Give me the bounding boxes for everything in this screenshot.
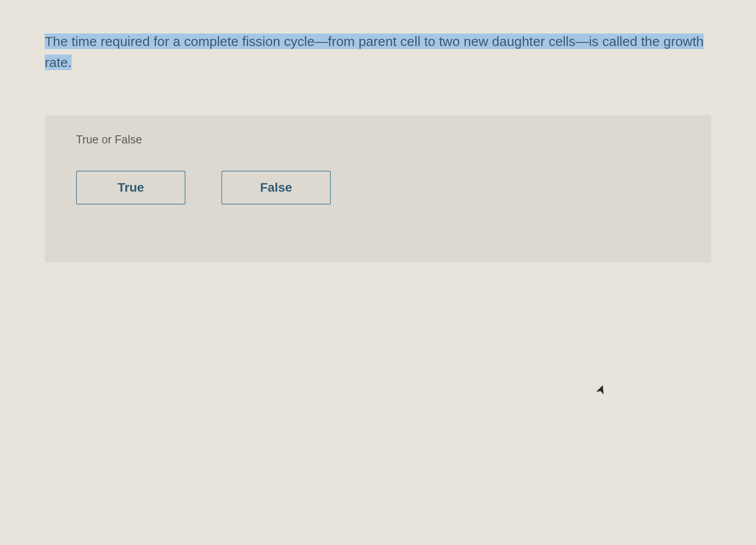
question-area: The time required for a complete fission… (0, 0, 756, 263)
answer-panel: True or False True False (45, 115, 711, 263)
button-row: True False (76, 171, 680, 205)
true-button[interactable]: True (76, 171, 186, 205)
cursor-icon: ➤ (592, 382, 610, 397)
question-highlight: The time required for a complete fission… (45, 34, 704, 70)
question-text: The time required for a complete fission… (45, 31, 711, 73)
answer-prompt: True or False (76, 133, 680, 146)
false-button[interactable]: False (221, 171, 331, 205)
